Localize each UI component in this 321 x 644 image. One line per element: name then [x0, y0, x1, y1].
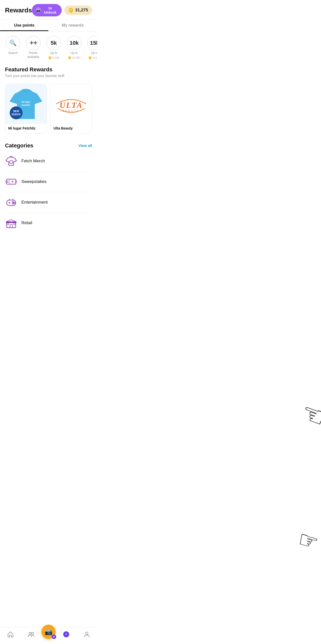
- 5k-sublabel: 🪙 5,000: [48, 56, 59, 60]
- community-icon: [28, 631, 35, 638]
- nav-profile[interactable]: [76, 631, 97, 638]
- featured-title: Featured Rewards: [5, 66, 92, 73]
- tab-my-rewards[interactable]: My rewards: [49, 20, 97, 31]
- svg-point-15: [13, 201, 14, 202]
- svg-point-8: [15, 181, 17, 182]
- svg-point-16: [14, 202, 15, 203]
- retail-icon: [5, 217, 18, 229]
- home-icon: [7, 631, 14, 638]
- filter-10k[interactable]: 10k Up to 🪙 10,000: [65, 36, 83, 60]
- svg-point-17: [13, 203, 14, 204]
- reward-image-ulta: ULTA BEAUTY: [51, 84, 92, 124]
- fetch-merch-label: Fetch Merch: [22, 158, 45, 164]
- categories-title: Categories: [5, 142, 33, 149]
- svg-rect-12: [7, 200, 16, 206]
- entertainment-label: Entertainment: [22, 200, 48, 205]
- 15k-circle: 15k: [87, 36, 97, 50]
- new-badge: NEW NUEVO: [10, 106, 23, 119]
- tshirt-container: Mi lugar Fetchliz NEW NUEVO: [5, 84, 47, 124]
- 15k-label: Up to: [91, 51, 97, 55]
- filter-row: 🔍 Search ✛✛ Points available 5k Up to 🪙 …: [0, 31, 97, 62]
- scan-badge: [52, 634, 56, 639]
- reward-card-mi-lugar[interactable]: Mi lugar Fetchliz NEW NUEVO Mi lugar Fet…: [5, 84, 47, 134]
- points-value: 31,275: [75, 8, 88, 13]
- header-actions: 📷 to Unlock 🪙 31,275: [32, 4, 92, 16]
- 10k-label: Up to: [71, 51, 78, 55]
- svg-rect-4: [10, 161, 13, 163]
- category-item-fetch-merch[interactable]: Fetch Merch: [5, 151, 92, 172]
- svg-text:ULTA: ULTA: [60, 101, 83, 110]
- page-title: Rewards: [5, 6, 32, 14]
- 10k-circle: 10k: [67, 36, 81, 50]
- reward-card-ulta[interactable]: ULTA BEAUTY Ulta Beauty: [50, 84, 92, 134]
- scan-camera-icon: 📷: [45, 628, 53, 636]
- tab-use-points[interactable]: Use points: [0, 20, 49, 31]
- svg-text:★: ★: [11, 180, 14, 184]
- reward-label-mi-lugar: Mi lugar Fetchliz: [5, 124, 47, 133]
- entertainment-icon: [5, 196, 18, 208]
- categories-header: Categories View all: [0, 138, 97, 151]
- sweepstakes-icon: ★ 10: [5, 176, 18, 188]
- svg-text:Fetchliz: Fetchliz: [22, 104, 30, 106]
- filter-points-available[interactable]: ✛✛ Points available: [24, 36, 42, 59]
- category-item-entertainment[interactable]: Entertainment: [5, 192, 92, 213]
- retail-label: Retail: [22, 220, 32, 226]
- tab-bar: Use points My rewards: [0, 20, 97, 31]
- featured-rewards-section: Featured Rewards Turn your points into y…: [0, 62, 97, 84]
- svg-text:Mi lugar: Mi lugar: [22, 101, 30, 103]
- category-item-sweepstakes[interactable]: ★ 10 Sweepstakes: [5, 172, 92, 192]
- svg-rect-28: [54, 636, 54, 638]
- camera-icon: 📷: [36, 8, 41, 13]
- sweepstakes-label: Sweepstakes: [22, 179, 47, 184]
- category-item-retail[interactable]: Retail: [5, 213, 92, 233]
- points-available-label: Points available: [24, 51, 42, 59]
- 5k-circle: 5k: [47, 36, 61, 50]
- reward-label-ulta: Ulta Beauty: [51, 124, 92, 133]
- unlock-button[interactable]: 📷 to Unlock: [32, 4, 62, 16]
- search-icon: 🔍: [6, 36, 20, 50]
- 15k-sublabel: 🪙 15,000: [88, 56, 97, 60]
- bottom-nav: 📷 ✦: [0, 627, 97, 644]
- svg-point-29: [86, 632, 88, 634]
- nav-scan-center[interactable]: 📷: [41, 624, 56, 639]
- filter-search[interactable]: 🔍 Search: [4, 36, 22, 55]
- profile-icon: [84, 631, 90, 638]
- svg-point-25: [29, 632, 31, 634]
- 5k-label: Up to: [50, 51, 58, 55]
- nav-rewards[interactable]: ✦: [56, 631, 76, 637]
- ulta-logo-svg: ULTA BEAUTY: [51, 94, 91, 114]
- reward-image-mi-lugar: Mi lugar Fetchliz NEW NUEVO: [5, 84, 47, 124]
- fetch-merch-icon: [5, 155, 18, 167]
- ulta-logo-container: ULTA BEAUTY: [51, 94, 91, 114]
- svg-text:BEAUTY: BEAUTY: [63, 110, 80, 112]
- svg-rect-20: [7, 223, 9, 225]
- 10k-sublabel: 🪙 10,000: [68, 56, 80, 60]
- category-list: Fetch Merch ★ 10 Sweepstakes: [0, 151, 97, 233]
- points-available-icon: ✛✛: [26, 36, 41, 50]
- unlock-label: to Unlock: [43, 6, 58, 14]
- rewards-grid: Mi lugar Fetchliz NEW NUEVO Mi lugar Fet…: [0, 84, 97, 138]
- svg-rect-19: [10, 225, 13, 228]
- svg-rect-21: [14, 223, 16, 225]
- rewards-star-icon: ✦: [63, 631, 69, 637]
- nav-home[interactable]: [0, 631, 21, 638]
- featured-subtitle: Turn your points into your favorite stuf…: [5, 74, 92, 78]
- filter-5k[interactable]: 5k Up to 🪙 5,000: [45, 36, 63, 60]
- nav-community[interactable]: [21, 631, 41, 638]
- header: Rewards 📷 to Unlock 🪙 31,275: [0, 0, 97, 20]
- points-badge[interactable]: 🪙 31,275: [64, 6, 92, 15]
- svg-point-26: [32, 632, 34, 634]
- coin-icon: 🪙: [68, 8, 74, 13]
- svg-text:10: 10: [7, 180, 10, 183]
- view-all-button[interactable]: View all: [78, 144, 92, 148]
- filter-15k[interactable]: 15k Up to 🪙 15,000: [86, 36, 97, 60]
- search-label: Search: [8, 51, 18, 55]
